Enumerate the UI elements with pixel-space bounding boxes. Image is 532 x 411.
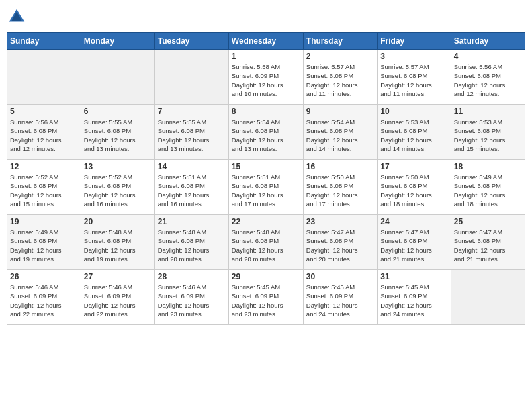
day-info: Sunrise: 5:56 AM Sunset: 6:08 PM Dayligh…	[454, 62, 522, 98]
day-header-sunday: Sunday	[7, 33, 81, 50]
calendar-cell: 18Sunrise: 5:49 AM Sunset: 6:08 PM Dayli…	[451, 160, 525, 215]
day-number: 8	[232, 107, 300, 116]
day-number: 16	[306, 162, 374, 171]
day-number: 1	[232, 52, 300, 61]
day-info: Sunrise: 5:45 AM Sunset: 6:09 PM Dayligh…	[306, 283, 374, 318]
calendar-cell: 8Sunrise: 5:54 AM Sunset: 6:08 PM Daylig…	[228, 105, 303, 160]
calendar-cell: 24Sunrise: 5:47 AM Sunset: 6:08 PM Dayli…	[378, 215, 451, 270]
days-header-row: SundayMondayTuesdayWednesdayThursdayFrid…	[7, 33, 525, 50]
day-number: 25	[454, 217, 522, 226]
calendar-cell: 20Sunrise: 5:48 AM Sunset: 6:08 PM Dayli…	[81, 215, 154, 270]
day-number: 17	[380, 162, 447, 171]
day-number: 18	[454, 162, 522, 171]
calendar-cell: 27Sunrise: 5:46 AM Sunset: 6:09 PM Dayli…	[81, 270, 154, 325]
calendar-cell: 5Sunrise: 5:56 AM Sunset: 6:08 PM Daylig…	[7, 105, 81, 160]
day-info: Sunrise: 5:46 AM Sunset: 6:09 PM Dayligh…	[84, 283, 152, 318]
calendar-cell: 29Sunrise: 5:45 AM Sunset: 6:09 PM Dayli…	[228, 270, 303, 325]
day-header-saturday: Saturday	[451, 33, 525, 50]
day-header-wednesday: Wednesday	[228, 33, 303, 50]
day-number: 28	[158, 272, 226, 281]
logo-icon	[7, 7, 27, 27]
page: SundayMondayTuesdayWednesdayThursdayFrid…	[0, 0, 532, 411]
day-info: Sunrise: 5:48 AM Sunset: 6:08 PM Dayligh…	[84, 228, 152, 263]
calendar-cell: 13Sunrise: 5:52 AM Sunset: 6:08 PM Dayli…	[81, 160, 154, 215]
day-info: Sunrise: 5:47 AM Sunset: 6:08 PM Dayligh…	[306, 228, 374, 263]
day-number: 26	[10, 272, 78, 281]
day-info: Sunrise: 5:52 AM Sunset: 6:08 PM Dayligh…	[10, 173, 78, 208]
day-info: Sunrise: 5:57 AM Sunset: 6:08 PM Dayligh…	[306, 62, 374, 98]
calendar-week-3: 12Sunrise: 5:52 AM Sunset: 6:08 PM Dayli…	[7, 160, 525, 215]
day-number: 13	[84, 162, 152, 171]
day-number: 5	[10, 107, 78, 116]
day-info: Sunrise: 5:55 AM Sunset: 6:08 PM Dayligh…	[84, 118, 152, 153]
calendar-cell: 11Sunrise: 5:53 AM Sunset: 6:08 PM Dayli…	[451, 105, 525, 160]
day-info: Sunrise: 5:50 AM Sunset: 6:08 PM Dayligh…	[380, 173, 447, 208]
day-number: 9	[306, 107, 374, 116]
day-info: Sunrise: 5:54 AM Sunset: 6:08 PM Dayligh…	[306, 118, 374, 153]
calendar-cell: 16Sunrise: 5:50 AM Sunset: 6:08 PM Dayli…	[303, 160, 377, 215]
day-info: Sunrise: 5:53 AM Sunset: 6:08 PM Dayligh…	[380, 118, 447, 153]
day-number: 12	[10, 162, 78, 171]
calendar-cell	[7, 50, 81, 105]
day-info: Sunrise: 5:54 AM Sunset: 6:08 PM Dayligh…	[232, 118, 300, 153]
calendar-cell: 31Sunrise: 5:45 AM Sunset: 6:09 PM Dayli…	[378, 270, 451, 325]
day-info: Sunrise: 5:49 AM Sunset: 6:08 PM Dayligh…	[10, 228, 78, 263]
calendar-cell: 15Sunrise: 5:51 AM Sunset: 6:08 PM Dayli…	[228, 160, 303, 215]
day-number: 22	[232, 217, 300, 226]
day-info: Sunrise: 5:45 AM Sunset: 6:09 PM Dayligh…	[380, 283, 447, 318]
day-number: 30	[306, 272, 374, 281]
day-info: Sunrise: 5:51 AM Sunset: 6:08 PM Dayligh…	[232, 173, 300, 208]
day-number: 11	[454, 107, 522, 116]
calendar-cell: 26Sunrise: 5:46 AM Sunset: 6:09 PM Dayli…	[7, 270, 81, 325]
day-header-thursday: Thursday	[303, 33, 377, 50]
day-info: Sunrise: 5:48 AM Sunset: 6:08 PM Dayligh…	[158, 228, 226, 263]
day-number: 6	[84, 107, 152, 116]
day-number: 4	[454, 52, 522, 61]
calendar-week-2: 5Sunrise: 5:56 AM Sunset: 6:08 PM Daylig…	[7, 105, 525, 160]
calendar-week-1: 1Sunrise: 5:58 AM Sunset: 6:09 PM Daylig…	[7, 50, 525, 105]
day-number: 20	[84, 217, 152, 226]
calendar-cell: 25Sunrise: 5:47 AM Sunset: 6:08 PM Dayli…	[451, 215, 525, 270]
calendar-cell: 10Sunrise: 5:53 AM Sunset: 6:08 PM Dayli…	[378, 105, 451, 160]
day-number: 31	[380, 272, 447, 281]
day-info: Sunrise: 5:57 AM Sunset: 6:08 PM Dayligh…	[380, 62, 447, 98]
calendar-cell: 21Sunrise: 5:48 AM Sunset: 6:08 PM Dayli…	[154, 215, 228, 270]
calendar-week-5: 26Sunrise: 5:46 AM Sunset: 6:09 PM Dayli…	[7, 270, 525, 325]
day-number: 19	[10, 217, 78, 226]
day-info: Sunrise: 5:46 AM Sunset: 6:09 PM Dayligh…	[10, 283, 78, 318]
day-number: 21	[158, 217, 226, 226]
day-info: Sunrise: 5:56 AM Sunset: 6:08 PM Dayligh…	[10, 118, 78, 153]
calendar-cell: 14Sunrise: 5:51 AM Sunset: 6:08 PM Dayli…	[154, 160, 228, 215]
calendar-cell: 19Sunrise: 5:49 AM Sunset: 6:08 PM Dayli…	[7, 215, 81, 270]
calendar-cell	[154, 50, 228, 105]
day-number: 24	[380, 217, 447, 226]
header	[7, 7, 525, 27]
calendar-cell: 28Sunrise: 5:46 AM Sunset: 6:09 PM Dayli…	[154, 270, 228, 325]
day-header-tuesday: Tuesday	[154, 33, 228, 50]
calendar-cell: 4Sunrise: 5:56 AM Sunset: 6:08 PM Daylig…	[451, 50, 525, 105]
day-info: Sunrise: 5:52 AM Sunset: 6:08 PM Dayligh…	[84, 173, 152, 208]
calendar-table: SundayMondayTuesdayWednesdayThursdayFrid…	[7, 32, 525, 325]
logo	[7, 7, 28, 27]
day-number: 29	[232, 272, 300, 281]
day-number: 7	[158, 107, 226, 116]
day-info: Sunrise: 5:46 AM Sunset: 6:09 PM Dayligh…	[158, 283, 226, 318]
day-info: Sunrise: 5:51 AM Sunset: 6:08 PM Dayligh…	[158, 173, 226, 208]
day-number: 2	[306, 52, 374, 61]
day-info: Sunrise: 5:47 AM Sunset: 6:08 PM Dayligh…	[454, 228, 522, 263]
calendar-cell: 2Sunrise: 5:57 AM Sunset: 6:08 PM Daylig…	[303, 50, 377, 105]
day-info: Sunrise: 5:58 AM Sunset: 6:09 PM Dayligh…	[232, 62, 300, 98]
day-info: Sunrise: 5:55 AM Sunset: 6:08 PM Dayligh…	[158, 118, 226, 153]
calendar-cell	[81, 50, 154, 105]
calendar-week-4: 19Sunrise: 5:49 AM Sunset: 6:08 PM Dayli…	[7, 215, 525, 270]
calendar-cell: 7Sunrise: 5:55 AM Sunset: 6:08 PM Daylig…	[154, 105, 228, 160]
calendar-cell	[451, 270, 525, 325]
calendar-cell: 1Sunrise: 5:58 AM Sunset: 6:09 PM Daylig…	[228, 50, 303, 105]
calendar-cell: 6Sunrise: 5:55 AM Sunset: 6:08 PM Daylig…	[81, 105, 154, 160]
calendar-cell: 9Sunrise: 5:54 AM Sunset: 6:08 PM Daylig…	[303, 105, 377, 160]
calendar-cell: 17Sunrise: 5:50 AM Sunset: 6:08 PM Dayli…	[378, 160, 451, 215]
calendar-cell: 12Sunrise: 5:52 AM Sunset: 6:08 PM Dayli…	[7, 160, 81, 215]
day-info: Sunrise: 5:48 AM Sunset: 6:08 PM Dayligh…	[232, 228, 300, 263]
day-number: 23	[306, 217, 374, 226]
day-number: 10	[380, 107, 447, 116]
